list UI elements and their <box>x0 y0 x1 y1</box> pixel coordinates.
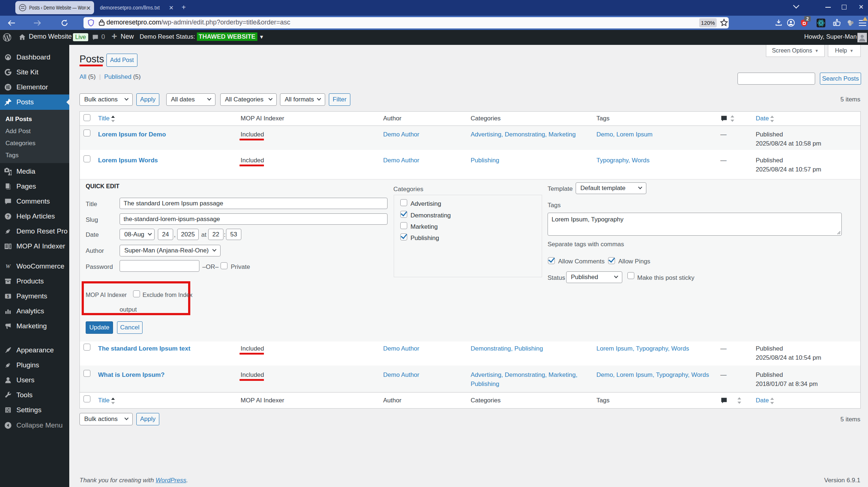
svg-text:W: W <box>5 263 11 269</box>
svg-text:$: $ <box>7 294 9 298</box>
svg-text:?: ? <box>7 214 9 219</box>
